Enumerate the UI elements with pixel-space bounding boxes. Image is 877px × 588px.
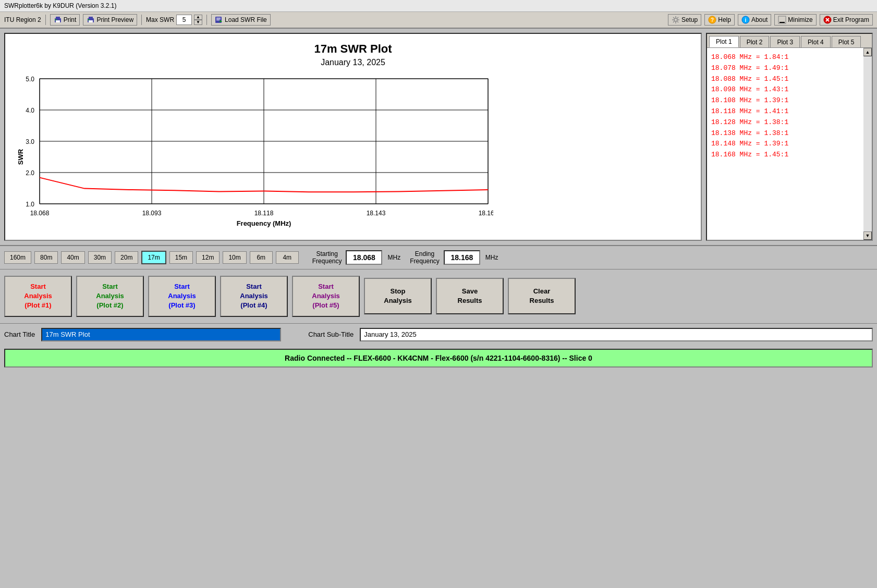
- title-bar: SWRplotter6k by K9DUR (Version 3.2.1): [0, 0, 877, 12]
- band-12m[interactable]: 12m: [196, 251, 220, 264]
- plot-scrollbar[interactable]: ▲ ▼: [863, 48, 872, 240]
- svg-rect-9: [216, 18, 221, 18]
- svg-point-13: [674, 18, 677, 21]
- tab-plot3[interactable]: Plot 3: [770, 36, 800, 47]
- plot-data-row: 18.078 MHz = 1.49:1: [711, 63, 859, 74]
- svg-text:18.093: 18.093: [142, 210, 162, 217]
- plot-data-row: 18.068 MHz = 1.84:1: [711, 52, 859, 63]
- starting-freq-label: StartingFrequency: [312, 250, 342, 265]
- svg-text:2.0: 2.0: [26, 169, 34, 177]
- band-6m[interactable]: 6m: [250, 251, 273, 264]
- svg-text:5.0: 5.0: [26, 76, 34, 83]
- about-label: About: [751, 16, 768, 23]
- minimize-icon: [778, 16, 786, 24]
- ending-freq-group: EndingFrequency 18.168 MHz: [410, 250, 498, 265]
- plot-tabs: Plot 1 Plot 2 Plot 3 Plot 4 Plot 5: [707, 34, 872, 48]
- about-button[interactable]: i About: [738, 14, 771, 26]
- analysis-row: StartAnalysis(Plot #1) StartAnalysis(Plo…: [0, 270, 877, 323]
- chart-title-input[interactable]: [41, 328, 281, 341]
- svg-rect-11: [216, 20, 220, 20]
- setup-icon: [672, 16, 680, 24]
- toolbar-right: Setup ? Help i About Minimize: [668, 14, 873, 26]
- svg-rect-10: [216, 19, 221, 19]
- svg-text:18.068: 18.068: [30, 210, 50, 217]
- print-preview-button[interactable]: Print Preview: [83, 14, 137, 26]
- start-analysis-5-button[interactable]: StartAnalysis(Plot #5): [292, 276, 360, 317]
- band-15m[interactable]: 15m: [169, 251, 193, 264]
- tab-plot1[interactable]: Plot 1: [709, 36, 739, 47]
- plot-data-row: 18.088 MHz = 1.45:1: [711, 74, 859, 85]
- about-icon: i: [741, 16, 750, 24]
- svg-text:18.168: 18.168: [479, 210, 493, 217]
- tab-plot2[interactable]: Plot 2: [740, 36, 770, 47]
- band-30m[interactable]: 30m: [88, 251, 112, 264]
- ending-freq-value: 18.168: [444, 250, 480, 265]
- minimize-button[interactable]: Minimize: [774, 14, 816, 26]
- chart-main-subtitle: January 13, 2025: [14, 58, 692, 67]
- plot-panel: Plot 1 Plot 2 Plot 3 Plot 4 Plot 5 18.06…: [706, 33, 873, 241]
- exit-button[interactable]: Exit Program: [820, 14, 873, 26]
- plot-data-list: 18.068 MHz = 1.84:118.078 MHz = 1.49:118…: [707, 48, 863, 240]
- max-swr-up[interactable]: ▲: [194, 15, 202, 20]
- separator-3: [206, 15, 207, 25]
- chart-main-title: 17m SWR Plot: [14, 42, 692, 56]
- load-swr-label: Load SWR File: [225, 16, 267, 23]
- print-preview-icon: [87, 16, 95, 24]
- status-text: Radio Connected -- FLEX-6600 - KK4CNM - …: [285, 354, 592, 362]
- setup-label: Setup: [681, 16, 698, 23]
- chart-subtitle-label: Chart Sub-Title: [308, 330, 354, 338]
- start-analysis-4-button[interactable]: StartAnalysis(Plot #4): [220, 276, 288, 317]
- scroll-up-btn[interactable]: ▲: [863, 48, 872, 56]
- svg-rect-6: [89, 20, 93, 22]
- scroll-down-btn[interactable]: ▼: [863, 231, 872, 240]
- scroll-track: [863, 56, 872, 231]
- stop-analysis-button[interactable]: StopAnalysis: [364, 278, 432, 314]
- svg-rect-5: [89, 17, 93, 19]
- clear-results-button[interactable]: ClearResults: [508, 278, 576, 314]
- start-analysis-2-button[interactable]: StartAnalysis(Plot #2): [76, 276, 144, 317]
- tab-plot4[interactable]: Plot 4: [801, 36, 831, 47]
- start-analysis-3-button[interactable]: StartAnalysis(Plot #3): [148, 276, 216, 317]
- ending-freq-label: EndingFrequency: [410, 250, 440, 265]
- chart-title-row: Chart Title Chart Sub-Title: [0, 323, 877, 346]
- start-analysis-1-button[interactable]: StartAnalysis(Plot #1): [4, 276, 72, 317]
- plot-data-row: 18.128 MHz = 1.38:1: [711, 117, 859, 128]
- save-results-button[interactable]: SaveResults: [436, 278, 504, 314]
- itu-region-label: ITU Region 2: [4, 16, 41, 23]
- svg-rect-3: [55, 19, 56, 20]
- swr-chart-svg: SWR 5.0 4.0: [14, 74, 493, 230]
- chart-subtitle-input[interactable]: [360, 328, 873, 341]
- toolbar: ITU Region 2 Print Print Preview Max SWR…: [0, 12, 877, 29]
- band-40m[interactable]: 40m: [61, 251, 84, 264]
- separator-2: [141, 15, 142, 25]
- svg-rect-1: [56, 17, 60, 19]
- print-button[interactable]: Print: [50, 14, 80, 26]
- band-10m[interactable]: 10m: [223, 251, 246, 264]
- tab-plot5[interactable]: Plot 5: [832, 36, 861, 47]
- svg-text:?: ?: [711, 17, 714, 23]
- svg-text:1.0: 1.0: [26, 201, 34, 208]
- plot-data-row: 18.138 MHz = 1.38:1: [711, 128, 859, 139]
- print-icon: [54, 16, 62, 24]
- svg-rect-7: [88, 19, 89, 20]
- max-swr-label: Max SWR: [146, 16, 174, 23]
- max-swr-down[interactable]: ▼: [194, 20, 202, 25]
- plot-data-row: 18.108 MHz = 1.39:1: [711, 95, 859, 106]
- load-swr-button[interactable]: Load SWR File: [211, 14, 271, 26]
- plot-data-row: 18.168 MHz = 1.45:1: [711, 150, 859, 161]
- minimize-label: Minimize: [788, 16, 812, 23]
- band-160m[interactable]: 160m: [4, 251, 31, 264]
- band-4m[interactable]: 4m: [276, 251, 299, 264]
- svg-rect-19: [779, 22, 785, 23]
- band-row: 160m 80m 40m 30m 20m 17m 15m 12m 10m 6m …: [0, 245, 877, 270]
- plot-data-row: 18.118 MHz = 1.41:1: [711, 106, 859, 117]
- help-label: Help: [718, 16, 731, 23]
- setup-button[interactable]: Setup: [668, 14, 701, 26]
- plot-data-row: 18.098 MHz = 1.43:1: [711, 84, 859, 95]
- help-button[interactable]: ? Help: [704, 14, 735, 26]
- max-swr-input[interactable]: [176, 15, 192, 25]
- svg-text:Frequency (MHz): Frequency (MHz): [237, 219, 291, 227]
- band-17m[interactable]: 17m: [141, 251, 166, 264]
- band-80m[interactable]: 80m: [34, 251, 58, 264]
- band-20m[interactable]: 20m: [115, 251, 138, 264]
